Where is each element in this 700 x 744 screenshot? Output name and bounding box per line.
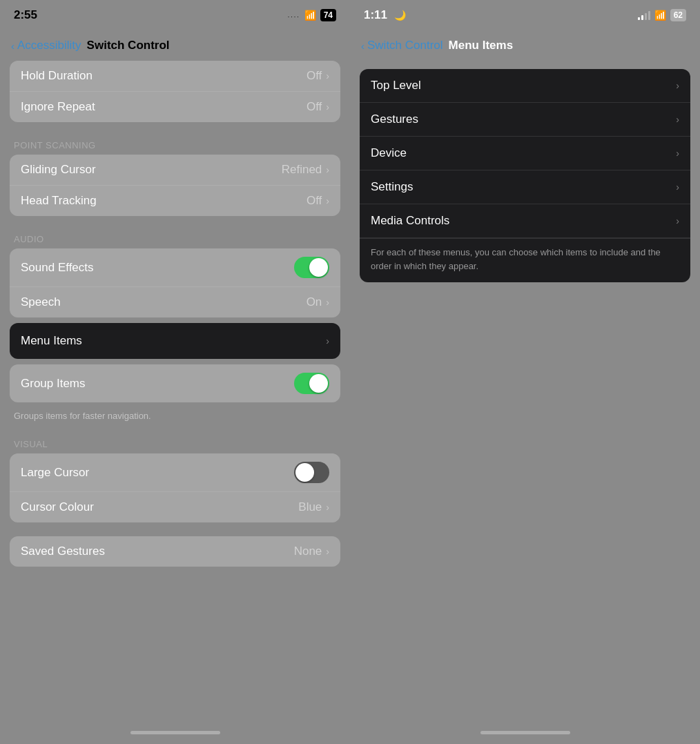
right-panel: 1:11 🌙 📶 62 ‹ Switch Control Menu Items … <box>350 0 700 744</box>
saved-gestures-group: Saved Gestures None › <box>10 536 340 567</box>
right-content: Top Level › Gestures › Device › Settings… <box>350 61 700 721</box>
group-items-label: Group Items <box>21 377 294 391</box>
left-wifi-icon: 📶 <box>304 10 316 21</box>
large-cursor-toggle[interactable] <box>294 462 329 483</box>
speech-chevron-icon: › <box>326 297 329 308</box>
sound-effects-label: Sound Effects <box>21 261 294 275</box>
speech-row[interactable]: Speech On › <box>10 287 340 317</box>
head-tracking-value: Off <box>307 194 322 208</box>
device-label: Device <box>371 146 676 160</box>
large-cursor-toggle-thumb <box>295 463 314 482</box>
saved-gestures-label: Saved Gestures <box>21 545 294 558</box>
visual-section-label: VISUAL <box>0 427 350 453</box>
right-wifi-icon: 📶 <box>654 10 666 21</box>
cursor-colour-label: Cursor Colour <box>21 500 298 514</box>
group-items-helper: Groups items for faster navigation. <box>0 408 350 427</box>
group-items-toggle[interactable] <box>294 373 329 394</box>
left-time: 2:55 <box>14 8 37 21</box>
left-panel: 2:55 .... 📶 74 ‹ Accessibility Switch Co… <box>0 0 350 744</box>
ignore-repeat-value: Off <box>307 100 322 114</box>
large-cursor-row[interactable]: Large Cursor <box>10 453 340 492</box>
audio-section-label: AUDIO <box>0 222 350 248</box>
ignore-repeat-chevron-icon: › <box>326 101 329 112</box>
head-tracking-chevron-icon: › <box>326 195 329 206</box>
audio-group: Sound Effects Speech On › <box>10 248 340 317</box>
right-status-bar: 1:11 🌙 📶 62 <box>350 0 700 30</box>
large-cursor-label: Large Cursor <box>21 466 294 480</box>
settings-label: Settings <box>371 180 676 194</box>
right-back-label: Switch Control <box>367 39 443 52</box>
left-content: Hold Duration Off › Ignore Repeat Off › … <box>0 61 350 721</box>
menu-card-description: For each of these menus, you can choose … <box>360 238 690 282</box>
sound-effects-row[interactable]: Sound Effects <box>10 248 340 287</box>
device-row[interactable]: Device › <box>360 137 690 170</box>
speech-label: Speech <box>21 295 307 309</box>
menu-items-label: Menu Items <box>21 334 326 348</box>
gliding-cursor-chevron-icon: › <box>326 164 329 175</box>
settings-chevron-icon: › <box>676 182 679 193</box>
cursor-colour-chevron-icon: › <box>326 502 329 513</box>
sound-effects-toggle[interactable] <box>294 257 329 278</box>
left-nav-title: Switch Control <box>87 39 170 52</box>
group-items-group: Group Items <box>10 364 340 402</box>
point-scanning-section-label: POINT SCANNING <box>0 128 350 155</box>
group-items-toggle-thumb <box>309 374 328 393</box>
menu-items-chevron-icon: › <box>326 335 329 346</box>
top-level-chevron-icon: › <box>676 80 679 91</box>
cursor-colour-value: Blue <box>298 500 322 514</box>
hold-duration-row[interactable]: Hold Duration Off › <box>10 61 340 92</box>
top-level-row[interactable]: Top Level › <box>360 69 690 103</box>
top-settings-group: Hold Duration Off › Ignore Repeat Off › <box>10 61 340 122</box>
right-home-indicator <box>350 721 700 744</box>
left-back-label: Accessibility <box>17 39 81 52</box>
point-scanning-group: Gliding Cursor Refined › Head Tracking O… <box>10 155 340 216</box>
gestures-chevron-icon: › <box>676 114 679 125</box>
left-back-button[interactable]: ‹ Accessibility <box>11 39 81 52</box>
sound-effects-toggle-thumb <box>309 258 328 277</box>
left-home-bar <box>130 731 220 734</box>
group-items-row[interactable]: Group Items <box>10 364 340 402</box>
right-nav-title: Menu Items <box>449 39 514 52</box>
menu-card: Top Level › Gestures › Device › Settings… <box>360 69 690 282</box>
gliding-cursor-value: Refined <box>282 163 322 177</box>
gestures-row[interactable]: Gestures › <box>360 103 690 137</box>
cursor-colour-row[interactable]: Cursor Colour Blue › <box>10 492 340 522</box>
saved-gestures-row[interactable]: Saved Gestures None › <box>10 536 340 567</box>
media-controls-row[interactable]: Media Controls › <box>360 204 690 238</box>
left-home-indicator <box>0 721 350 744</box>
ignore-repeat-row[interactable]: Ignore Repeat Off › <box>10 92 340 122</box>
gliding-cursor-label: Gliding Cursor <box>21 163 282 177</box>
menu-items-row[interactable]: Menu Items › <box>10 323 340 359</box>
visual-group: Large Cursor Cursor Colour Blue › <box>10 453 340 522</box>
right-back-button[interactable]: ‹ Switch Control <box>361 39 443 52</box>
gliding-cursor-row[interactable]: Gliding Cursor Refined › <box>10 155 340 186</box>
left-signal-dots: .... <box>288 12 300 19</box>
head-tracking-label: Head Tracking <box>21 194 307 208</box>
right-battery: 62 <box>670 9 686 21</box>
hold-duration-chevron-icon: › <box>326 70 329 81</box>
left-back-chevron-icon: ‹ <box>11 40 14 52</box>
right-home-bar <box>480 731 570 734</box>
right-signal-icon <box>638 11 650 20</box>
right-time: 1:11 <box>364 8 387 21</box>
device-chevron-icon: › <box>676 148 679 159</box>
hold-duration-value: Off <box>307 69 322 83</box>
head-tracking-row[interactable]: Head Tracking Off › <box>10 186 340 216</box>
settings-row[interactable]: Settings › <box>360 170 690 204</box>
left-nav-bar: ‹ Accessibility Switch Control <box>0 30 350 61</box>
left-battery: 74 <box>320 9 336 21</box>
left-status-bar: 2:55 .... 📶 74 <box>0 0 350 30</box>
speech-value: On <box>307 295 322 309</box>
ignore-repeat-label: Ignore Repeat <box>21 100 307 114</box>
saved-gestures-value: None <box>294 545 322 558</box>
hold-duration-label: Hold Duration <box>21 69 307 83</box>
right-back-chevron-icon: ‹ <box>361 40 364 52</box>
gestures-label: Gestures <box>371 112 676 126</box>
saved-gestures-chevron-icon: › <box>326 546 329 557</box>
media-controls-chevron-icon: › <box>676 215 679 226</box>
right-nav-bar: ‹ Switch Control Menu Items <box>350 30 700 61</box>
media-controls-label: Media Controls <box>371 214 676 228</box>
right-moon-icon: 🌙 <box>394 10 406 21</box>
top-level-label: Top Level <box>371 79 676 92</box>
